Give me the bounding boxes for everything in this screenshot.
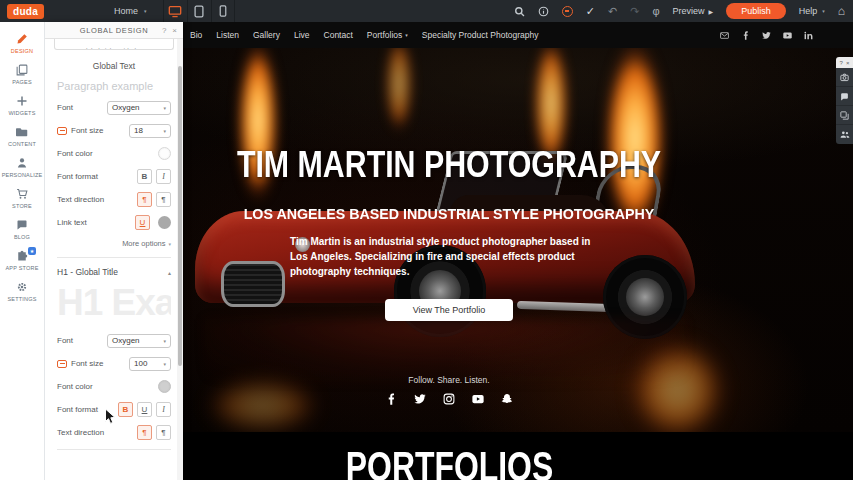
hero-title: TIM MARTIN PHOTOGRAPHY <box>118 146 781 183</box>
nav-link-listen[interactable]: Listen <box>216 30 239 40</box>
tablet-view-button[interactable] <box>187 0 211 22</box>
right-panel-cap: ? × <box>836 57 853 68</box>
panel-header: GLOBAL DESIGN ? × <box>45 22 183 39</box>
gear-icon <box>16 281 28 293</box>
search-icon[interactable] <box>514 6 525 17</box>
redo-icon[interactable]: ↷ <box>630 6 639 17</box>
h1-section-header: H1 - Global Title ▴ <box>57 267 171 277</box>
nav-link-specialty[interactable]: Specialty Product Photography <box>422 30 539 40</box>
linkedin-icon[interactable] <box>804 31 813 40</box>
chevron-down-icon: ▾ <box>144 8 147 14</box>
youtube-icon[interactable] <box>783 31 792 40</box>
sidebar-item-widgets[interactable]: WIDGETS <box>0 90 44 121</box>
team-tool-button[interactable] <box>836 125 853 144</box>
media-tool-button[interactable] <box>836 68 853 87</box>
h1-bold-button[interactable]: B <box>118 402 133 417</box>
dashboard-home-icon[interactable]: ⌂ <box>838 5 845 17</box>
font-format-label: Font format <box>57 172 98 181</box>
close-icon[interactable]: × <box>172 26 177 35</box>
h1-font-color-swatch[interactable] <box>158 380 171 393</box>
font-size-icon <box>57 127 67 135</box>
snapchat-icon[interactable] <box>501 393 513 405</box>
chevron-down-icon: ▾ <box>405 32 408 38</box>
panel-scrollbar-thumb[interactable] <box>178 66 182 366</box>
h1-ltr-direction-button[interactable]: ¶ <box>137 425 152 440</box>
desktop-view-button[interactable] <box>163 0 187 22</box>
nav-link-live[interactable]: Live <box>294 30 310 40</box>
youtube-icon[interactable] <box>472 393 484 405</box>
nav-social-icons <box>720 31 813 40</box>
sidebar-item-store[interactable]: STORE <box>0 183 44 214</box>
link-text-row: Link text U <box>57 215 171 230</box>
undo-icon[interactable]: ↶ <box>608 6 617 17</box>
facebook-icon[interactable] <box>385 393 397 405</box>
sidebar-item-personalize[interactable]: PERSONALIZE <box>0 152 44 183</box>
global-text-heading: Global Text <box>57 61 171 71</box>
close-icon[interactable]: × <box>846 60 850 66</box>
twitter-icon[interactable] <box>762 31 771 40</box>
twitter-icon[interactable] <box>414 393 426 405</box>
bold-button[interactable]: B <box>137 169 152 184</box>
ltr-direction-button[interactable]: ¶ <box>137 192 152 207</box>
sidebar-item-settings[interactable]: SETTINGS <box>0 276 44 307</box>
italic-button[interactable]: I <box>156 169 171 184</box>
font-color-swatch[interactable] <box>158 147 171 160</box>
view-portfolio-button[interactable]: View The Portfolio <box>385 299 514 321</box>
help-label: Help <box>799 6 818 16</box>
chevron-down-icon: ▾ <box>163 105 166 111</box>
h1-rtl-direction-button[interactable]: ¶ <box>156 425 171 440</box>
nav-link-gallery[interactable]: Gallery <box>253 30 280 40</box>
font-size-row: Font size 18 ▾ <box>57 123 171 138</box>
font-select[interactable]: Oxygen ▾ <box>107 101 171 115</box>
sidebar-item-content[interactable]: CONTENT <box>0 121 44 152</box>
text-direction-row: Text direction ¶ ¶ <box>57 192 171 207</box>
pilcrow-icon: ¶ <box>142 428 146 437</box>
puzzle-icon <box>16 250 28 262</box>
page-selector-dropdown[interactable]: Home ▾ <box>114 6 147 16</box>
pilcrow-icon: ¶ <box>161 195 165 204</box>
panel-title: GLOBAL DESIGN <box>80 26 148 35</box>
comments-tool-button[interactable] <box>836 87 853 106</box>
link-color-swatch[interactable] <box>158 216 171 229</box>
publish-button[interactable]: Publish <box>726 3 786 19</box>
layers-tool-button[interactable] <box>836 106 853 125</box>
nav-link-contact[interactable]: Contact <box>324 30 353 40</box>
saved-check-icon[interactable]: ✓ <box>586 6 595 17</box>
h1-font-select[interactable]: Oxygen ▾ <box>107 334 171 348</box>
help-icon[interactable]: ? <box>162 26 166 35</box>
nav-link-portfolios[interactable]: Portfolios ▾ <box>367 30 408 40</box>
h1-underline-button[interactable]: U <box>137 402 152 417</box>
right-tools-panel: ? × <box>836 57 853 144</box>
facebook-icon[interactable] <box>741 31 750 40</box>
underline-button[interactable]: U <box>135 215 150 230</box>
chevron-down-icon: ▾ <box>163 361 166 367</box>
play-icon: ▶ <box>709 8 714 15</box>
chevron-up-icon[interactable]: ▴ <box>168 269 171 276</box>
sidebar-item-blog[interactable]: BLOG <box>0 214 44 245</box>
sidebar-item-app-store[interactable]: ★ APP STORE <box>0 245 44 276</box>
info-icon[interactable] <box>538 6 549 17</box>
comments-icon[interactable] <box>562 6 573 17</box>
sidebar-item-pages[interactable]: PAGES <box>0 59 44 90</box>
instagram-icon[interactable] <box>443 393 455 405</box>
nav-link-bio[interactable]: Bio <box>190 30 202 40</box>
panel-body: global style set below. Global Text Para… <box>45 39 183 480</box>
more-options-link[interactable]: More options ▾ <box>57 239 171 248</box>
cart-icon <box>16 188 28 200</box>
dev-mode-icon[interactable]: φ <box>652 6 659 17</box>
font-size-select[interactable]: 18 ▾ <box>129 124 171 138</box>
preview-button[interactable]: Preview ▶ <box>673 6 714 16</box>
h1-font-size-select[interactable]: 100 ▾ <box>129 357 171 371</box>
email-icon[interactable] <box>720 31 729 40</box>
help-icon[interactable]: ? <box>840 60 843 66</box>
rtl-direction-button[interactable]: ¶ <box>156 192 171 207</box>
h1-font-size-row: Font size 100 ▾ <box>57 356 171 371</box>
mobile-view-button[interactable] <box>211 0 235 22</box>
h1-italic-button[interactable]: I <box>156 402 171 417</box>
pilcrow-icon: ¶ <box>142 195 146 204</box>
chevron-down-icon: ▾ <box>168 241 171 247</box>
sidebar-item-design[interactable]: DESIGN <box>0 28 44 59</box>
help-menu[interactable]: Help ▾ <box>799 6 825 16</box>
duda-logo[interactable]: duda <box>7 4 44 19</box>
nav-link-portfolios-label: Portfolios <box>367 30 402 40</box>
